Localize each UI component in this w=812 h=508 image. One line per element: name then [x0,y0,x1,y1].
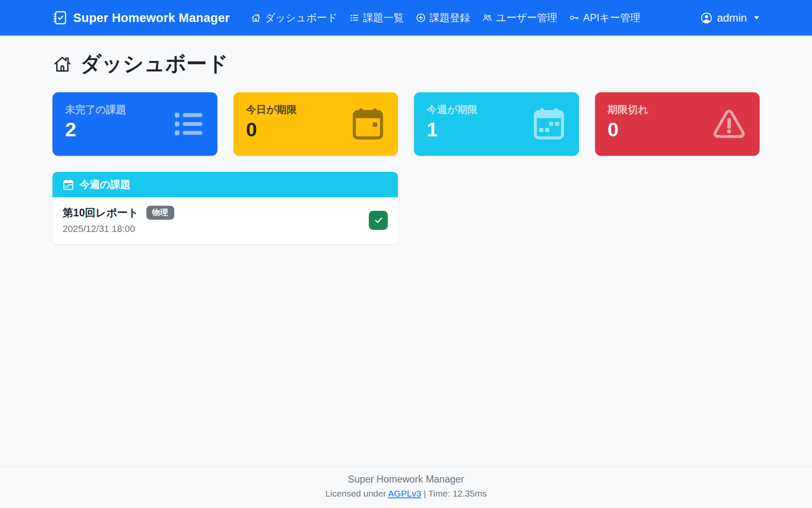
assignment-title: 第10回レポート [63,206,139,220]
people-icon [482,13,492,23]
page-title-text: ダッシュボード [80,50,228,78]
main-nav: ダッシュボード 課題一覧 課題登録 [245,0,646,36]
footer-license-line: Licensed under AGPLv3 | Time: 12.35ms [0,489,812,499]
page-title: ダッシュボード [52,50,760,78]
nav-item-assignment-list[interactable]: 課題一覧 [343,0,410,36]
stat-label: 今週が期限 [427,103,478,116]
week-panel-header: 今週の課題 [52,172,398,197]
assignment-list-item: 第10回レポート 物理 2025/12/31 18:00 [52,197,398,244]
stat-text: 今日が期限 0 [246,103,297,141]
journal-check-icon [52,10,68,25]
nav-label: APIキー管理 [583,11,640,25]
mark-done-button[interactable] [369,211,388,230]
stat-text: 今週が期限 1 [427,103,478,141]
user-name: admin [717,11,747,25]
stat-card-due-today: 今日が期限 0 [233,92,398,156]
caret-down-icon [754,16,760,20]
stat-label: 今日が期限 [246,103,297,116]
footer-app-name: Super Homework Manager [0,474,812,485]
person-circle-icon [700,12,713,24]
license-prefix: Licensed under [325,489,388,498]
check-icon [373,215,384,225]
stat-text: 期限切れ 0 [608,103,649,141]
subject-badge: 物理 [146,206,174,220]
list-icon [173,108,205,140]
week-panel: 今週の課題 第10回レポート 物理 2025/12/31 18:00 [52,172,398,244]
stat-card-incomplete: 未完了の課題 2 [52,92,217,156]
assignment-info: 第10回レポート 物理 2025/12/31 18:00 [63,206,174,235]
user-dropdown[interactable]: admin [700,11,760,25]
stat-label: 期限切れ [608,103,649,116]
stat-value: 2 [65,118,126,141]
stat-value: 1 [427,118,478,141]
nav-item-dashboard[interactable]: ダッシュボード [245,0,343,36]
stat-text: 未完了の課題 2 [65,103,126,141]
stat-value: 0 [246,118,297,141]
nav-label: ダッシュボード [265,11,337,25]
list-icon [349,13,359,23]
calendar-week-icon [532,107,566,141]
assignment-due-date: 2025/12/31 18:00 [63,224,174,235]
house-icon [52,54,72,74]
stats-row: 未完了の課題 2 今日が期限 0 [52,92,760,156]
key-icon [569,13,579,23]
stat-label: 未完了の課題 [65,103,126,116]
stat-card-overdue: 期限切れ 0 [595,92,760,156]
stat-value: 0 [608,118,649,141]
top-navbar: Super Homework Manager ダッシュボード [0,0,812,36]
calendar-week-icon [63,179,74,190]
nav-item-assignment-register[interactable]: 課題登録 [410,0,476,36]
nav-item-user-management[interactable]: ユーザー管理 [476,0,563,36]
exclamation-triangle-icon [711,106,747,142]
calendar-event-icon [351,107,385,141]
main-content: ダッシュボード 未完了の課題 2 今日が期限 [0,36,812,466]
week-panel-title: 今週の課題 [80,178,131,191]
assignment-title-row: 第10回レポート 物理 [63,206,174,220]
nav-item-api-key-management[interactable]: APIキー管理 [563,0,646,36]
license-link[interactable]: AGPLv3 [388,489,421,498]
plus-circle-icon [416,13,426,23]
nav-label: ユーザー管理 [496,11,557,25]
nav-label: 課題一覧 [363,11,404,25]
brand-title: Super Homework Manager [73,11,230,25]
render-time: | Time: 12.35ms [421,489,487,498]
footer: Super Homework Manager Licensed under AG… [0,466,812,508]
nav-label: 課題登録 [430,11,470,25]
house-icon [251,13,261,23]
stat-card-due-this-week: 今週が期限 1 [414,92,579,156]
brand[interactable]: Super Homework Manager [52,10,230,25]
